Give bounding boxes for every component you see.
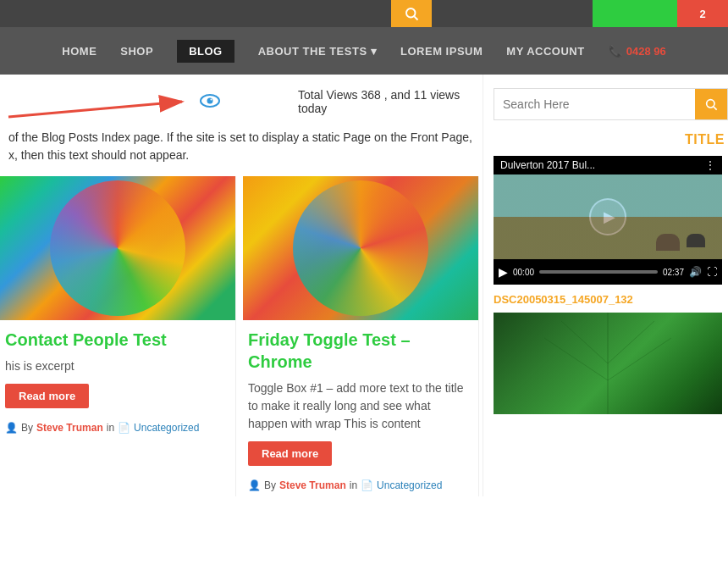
volume-icon[interactable]: 🔊 (689, 266, 702, 278)
fern-background (494, 313, 722, 414)
main-wrapper: Total Views 368 , and 11 views today of … (0, 75, 728, 496)
post-card-1: Contact People Test his is excerpt Read … (0, 176, 236, 496)
posts-grid: Contact People Test his is excerpt Read … (0, 176, 483, 496)
main-nav: HOME SHOP BLOG ABOUT THE TESTS ▾ LOREM I… (0, 27, 728, 75)
sidebar-fern-image (494, 313, 722, 414)
stats-bar: Total Views 368 , and 11 views today (0, 75, 483, 125)
author-icon-2: 👤 (248, 479, 261, 491)
post-content-1: Contact People Test his is excerpt Read … (0, 320, 235, 439)
post-meta-2: 👤 By Steve Truman in 📄 Uncategorized (248, 479, 470, 491)
video-player: Dulverton 2017 Bul... ⋮ ▶ ▶ (494, 156, 722, 285)
svg-line-8 (714, 107, 717, 110)
post-thumbnail-1 (0, 176, 235, 320)
svg-point-0 (406, 8, 416, 18)
stats-text: Total Views 368 , and 11 views today (298, 88, 483, 115)
video-options-icon[interactable]: ⋮ (705, 159, 715, 171)
cart-count-badge[interactable]: 2 (677, 0, 728, 27)
post-author-2[interactable]: Steve Truman (279, 479, 346, 491)
post-excerpt-2: Toggle Box #1 – add more text to the tit… (248, 379, 470, 433)
top-bar-green (593, 0, 677, 27)
post-thumbnail-2 (243, 176, 478, 320)
dsc-link[interactable]: DSC20050315_145007_132 (494, 293, 728, 306)
top-bar: 2 (0, 0, 728, 27)
nav-about[interactable]: ABOUT THE TESTS ▾ (258, 45, 377, 58)
post-content-2: Friday Toggle Test – Chrome Toggle Box #… (243, 320, 478, 496)
top-search-icon-area[interactable] (391, 0, 432, 27)
video-controls: ▶ 00:00 02:37 🔊 ⛶ (494, 259, 722, 285)
read-more-btn-1[interactable]: Read more (5, 384, 89, 408)
video-top-bar: Dulverton 2017 Bul... ⋮ (494, 156, 722, 174)
nav-shop[interactable]: SHOP (120, 45, 153, 58)
post-title-1[interactable]: Contact People Test (5, 329, 227, 351)
sidebar-search-button[interactable] (695, 89, 727, 119)
svg-line-13 (608, 338, 671, 380)
post-meta-1: 👤 By Steve Truman in 📄 Uncategorized (5, 422, 227, 434)
svg-line-3 (8, 102, 182, 117)
svg-line-11 (608, 321, 654, 363)
video-progress-bar[interactable] (539, 270, 658, 274)
sidebar-search (494, 88, 728, 120)
post-category-2[interactable]: Uncategorized (377, 479, 442, 491)
post-card-2: Friday Toggle Test – Chrome Toggle Box #… (243, 176, 479, 496)
video-thumbnail[interactable]: ▶ (494, 174, 722, 259)
post-excerpt-1: his is excerpt (5, 357, 227, 375)
nav-blog[interactable]: BLOG (177, 40, 234, 63)
fullscreen-icon[interactable]: ⛶ (707, 266, 717, 278)
sidebar-title: TITLE (494, 132, 728, 147)
chevron-down-icon: ▾ (371, 45, 378, 58)
video-current-time: 00:00 (513, 268, 534, 277)
author-icon-1: 👤 (5, 422, 18, 434)
svg-line-12 (544, 338, 608, 380)
nav-home[interactable]: HOME (62, 45, 97, 58)
post-author-1[interactable]: Steve Truman (36, 422, 103, 434)
page-icon-1: 📄 (118, 422, 130, 434)
svg-line-1 (414, 16, 417, 19)
page-icon-2: 📄 (361, 479, 373, 491)
red-arrow (0, 83, 229, 125)
post-category-1[interactable]: Uncategorized (134, 422, 199, 434)
phone-icon: 📞 (609, 45, 622, 58)
svg-line-10 (561, 321, 608, 363)
content-area: Total Views 368 , and 11 views today of … (0, 75, 483, 496)
video-play-ctrl[interactable]: ▶ (499, 265, 508, 279)
nav-phone: 📞 0428 96 (609, 45, 666, 58)
svg-point-7 (707, 100, 714, 108)
read-more-btn-2[interactable]: Read more (248, 441, 332, 466)
video-title: Dulverton 2017 Bul... (500, 159, 595, 171)
post-title-2[interactable]: Friday Toggle Test – Chrome (248, 329, 470, 373)
nav-lorem[interactable]: LOREM IPSUM (400, 45, 483, 58)
sidebar: TITLE Dulverton 2017 Bul... ⋮ ▶ (483, 75, 728, 496)
nav-account[interactable]: MY ACCOUNT (506, 45, 584, 58)
sidebar-search-input[interactable] (494, 89, 695, 119)
blog-description: of the Blog Posts Index page. If the sit… (0, 125, 483, 176)
video-duration: 02:37 (663, 268, 684, 277)
video-overlay: Dulverton 2017 Bul... ⋮ ▶ ▶ (494, 156, 722, 285)
